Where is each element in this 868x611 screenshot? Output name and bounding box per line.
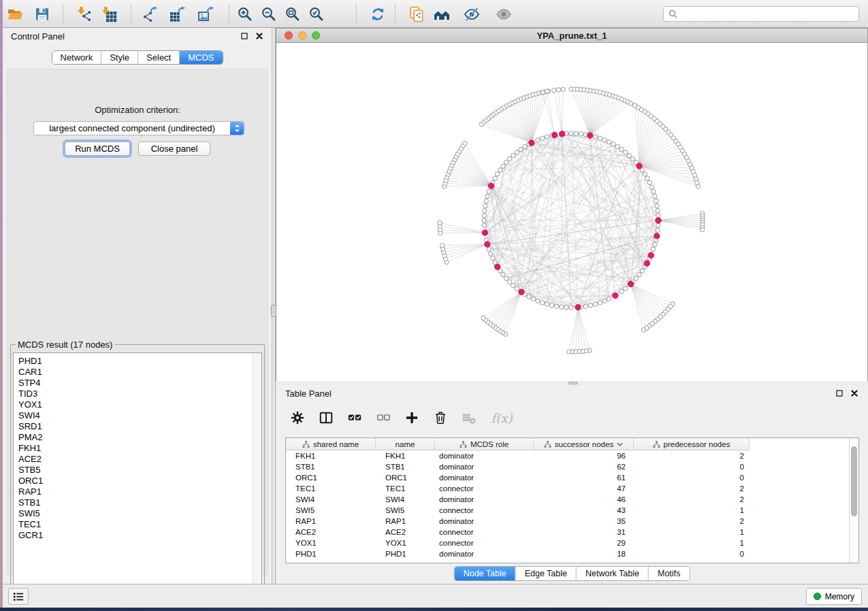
float-panel-icon[interactable] <box>240 32 248 40</box>
cell: dominator <box>435 494 534 505</box>
list-item[interactable]: GCR1 <box>18 530 261 541</box>
list-item[interactable]: PHD1 <box>18 356 261 367</box>
cell: FKH1 <box>376 450 435 461</box>
list-item[interactable]: SRD1 <box>18 421 261 432</box>
column-header-label: predecessor nodes <box>664 440 730 448</box>
table-options-icon <box>290 410 305 425</box>
export-table-button[interactable] <box>167 4 188 24</box>
cell: SWI4 <box>286 494 376 505</box>
list-item[interactable]: ORC1 <box>18 476 261 486</box>
table-options-button[interactable] <box>289 410 306 426</box>
table-scrollbar-thumb[interactable] <box>851 446 857 516</box>
tab-network[interactable]: Network <box>52 51 101 64</box>
new-network-from-file-button[interactable] <box>406 4 427 24</box>
list-item[interactable]: FKH1 <box>18 443 261 454</box>
import-network-from-file-button[interactable] <box>74 4 95 24</box>
column-header-shared-name[interactable]: shared name <box>286 438 376 450</box>
list-item[interactable]: STB1 <box>18 497 261 508</box>
zoom-selected-region-icon <box>308 6 325 22</box>
table-row[interactable]: RAP1RAP1dominator352 <box>286 516 858 527</box>
first-neighbors-button[interactable] <box>432 4 452 24</box>
cell: connector <box>435 483 534 494</box>
toolbar-separator <box>63 4 63 23</box>
table-tabs: Node TableEdge TableNetwork TableMotifs <box>454 566 690 581</box>
show-all-icon <box>496 6 512 22</box>
table-scrollbar[interactable] <box>849 438 858 563</box>
search-input[interactable] <box>677 10 858 19</box>
tab-motifs[interactable]: Motifs <box>648 567 689 580</box>
table-row[interactable]: PHD1PHD1dominator180 <box>286 548 858 559</box>
cell: ACE2 <box>376 527 435 538</box>
export-image-icon <box>198 6 214 22</box>
list-item[interactable]: TEC1 <box>18 519 261 530</box>
list-item[interactable]: YOX1 <box>18 399 261 410</box>
column-header-successor-nodes[interactable]: successor nodes <box>534 438 634 450</box>
refresh-view-button[interactable] <box>368 4 388 24</box>
list-item[interactable]: ACE2 <box>18 454 261 465</box>
task-history-button[interactable] <box>8 588 29 605</box>
result-list-scrollbar[interactable] <box>253 353 261 597</box>
column-header-MCDS-role[interactable]: MCDS role <box>435 438 534 450</box>
sort-desc-icon <box>617 442 623 446</box>
save-session-button[interactable] <box>32 4 52 24</box>
zoom-in-button[interactable] <box>235 4 255 24</box>
table-row[interactable]: ACE2ACE2connector311 <box>286 527 858 538</box>
network-canvas[interactable] <box>276 43 867 381</box>
mcds-result-list[interactable]: PHD1CAR1STP4TID3YOX1SWI4SRD1PMA2FKH1ACE2… <box>13 352 262 598</box>
zoom-fit-content-button[interactable] <box>283 4 303 24</box>
list-item[interactable]: RAP1 <box>18 486 261 497</box>
deselect-all-button[interactable] <box>375 410 391 426</box>
hide-selected-button[interactable] <box>462 4 482 24</box>
table-row[interactable]: SWI5SWI5connector431 <box>286 505 858 516</box>
memory-button[interactable]: Memory <box>806 588 862 605</box>
run-mcds-button[interactable]: Run MCDS <box>65 142 130 156</box>
cell: RAP1 <box>286 516 376 527</box>
tab-node-table[interactable]: Node Table <box>455 567 515 580</box>
zoom-out-button[interactable] <box>259 4 279 24</box>
open-file-button[interactable] <box>5 4 25 24</box>
column-header-predecessor-nodes[interactable]: predecessor nodes <box>634 438 750 450</box>
import-table-from-file-button[interactable] <box>99 4 119 24</box>
list-item[interactable]: SWI4 <box>18 410 261 421</box>
tab-network-table[interactable]: Network Table <box>576 567 648 580</box>
float-table-panel-icon[interactable] <box>835 389 843 397</box>
tab-select[interactable]: Select <box>138 51 179 64</box>
table-body: FKH1FKH1dominator962STB1STB1dominator620… <box>286 450 858 559</box>
zoom-selected-region-button[interactable] <box>306 4 327 24</box>
first-neighbors-icon <box>434 6 450 22</box>
list-item[interactable]: PMA2 <box>18 432 261 443</box>
add-column-button[interactable] <box>404 410 420 426</box>
close-table-panel-icon[interactable] <box>850 389 858 397</box>
export-image-button[interactable] <box>196 4 216 24</box>
table-row[interactable]: TEC1TEC1connector472 <box>286 483 858 494</box>
cell: 29 <box>534 538 634 548</box>
list-item[interactable]: STB5 <box>18 465 261 476</box>
column-header-name[interactable]: name <box>376 438 435 450</box>
select-all-button[interactable] <box>347 410 363 426</box>
list-item[interactable]: STP4 <box>18 378 261 389</box>
table-row[interactable]: FKH1FKH1dominator962 <box>286 450 858 461</box>
table-row[interactable]: YOX1YOX1connector291 <box>286 538 858 548</box>
show-hide-columns-button[interactable] <box>318 410 334 426</box>
tab-style[interactable]: Style <box>101 51 138 64</box>
criterion-select[interactable]: largest connected component (undirected) <box>33 121 244 135</box>
list-item[interactable]: CAR1 <box>18 367 261 378</box>
list-item[interactable]: TID3 <box>18 389 261 399</box>
table-row[interactable]: STB1STB1dominator620 <box>286 461 858 472</box>
function-builder-icon: f(x) <box>492 411 513 425</box>
column-header-label: shared name <box>313 440 359 448</box>
list-item[interactable]: SWI5 <box>18 508 261 519</box>
node-table: shared namenameMCDS rolesuccessor nodesp… <box>285 437 859 563</box>
search-box[interactable] <box>663 6 859 22</box>
tab-mcds[interactable]: MCDS <box>179 51 222 64</box>
export-network-button[interactable] <box>140 4 160 24</box>
close-panel-icon[interactable] <box>255 32 263 40</box>
hide-selected-icon <box>464 6 480 22</box>
tab-edge-table[interactable]: Edge Table <box>515 567 576 580</box>
horizontal-splitter-handle[interactable] <box>568 382 578 384</box>
table-row[interactable]: ORC1ORC1dominator610 <box>286 472 858 483</box>
table-row[interactable]: SWI4SWI4dominator462 <box>286 494 858 505</box>
refresh-view-icon <box>370 6 386 22</box>
delete-columns-button[interactable] <box>432 410 449 426</box>
close-panel-button[interactable]: Close panel <box>138 142 210 156</box>
